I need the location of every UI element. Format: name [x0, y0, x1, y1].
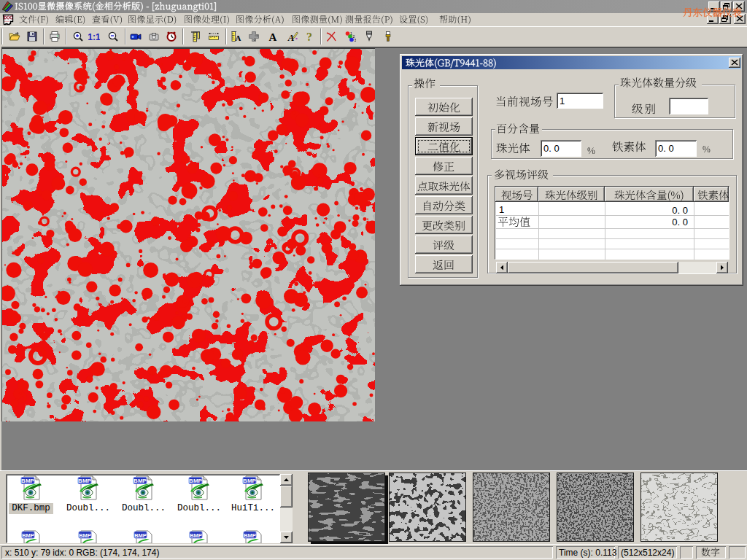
- svg-text:1:1: 1:1: [88, 32, 100, 42]
- svg-text:BMP: BMP: [189, 478, 202, 484]
- svg-text:BMP: BMP: [79, 532, 91, 539]
- svg-text:BMP: BMP: [190, 532, 202, 539]
- svg-text:A: A: [269, 31, 277, 42]
- svg-text:?: ?: [306, 31, 312, 42]
- svg-text:BMP: BMP: [78, 478, 91, 484]
- svg-text:BMP: BMP: [21, 478, 34, 484]
- svg-text:BMP: BMP: [133, 478, 147, 484]
- svg-text:BMP: BMP: [243, 478, 256, 484]
- svg-text:BMP: BMP: [134, 532, 147, 539]
- svg-text:3: 3: [355, 38, 357, 42]
- svg-text:A: A: [236, 34, 241, 42]
- svg-text:BMP: BMP: [244, 532, 256, 539]
- svg-text:BMP: BMP: [22, 532, 34, 539]
